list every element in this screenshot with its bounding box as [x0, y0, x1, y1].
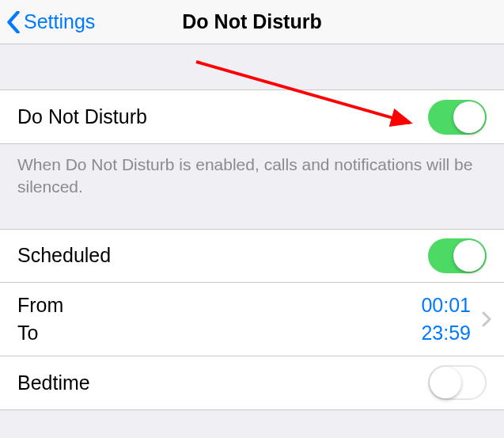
toggle-knob	[453, 240, 485, 272]
back-button[interactable]: Settings	[0, 0, 101, 44]
to-label: To	[17, 322, 421, 345]
scheduled-toggle[interactable]	[428, 238, 487, 273]
dnd-row: Do Not Disturb	[0, 90, 504, 144]
toggle-knob	[453, 101, 485, 133]
dnd-toggle[interactable]	[428, 100, 487, 135]
back-label: Settings	[24, 10, 95, 33]
to-value: 23:59	[421, 322, 471, 345]
toggle-knob	[430, 367, 461, 398]
schedule-time-row[interactable]: From To 00:01 23:59	[0, 283, 504, 356]
from-label: From	[17, 294, 421, 317]
dnd-footer-text: When Do Not Disturb is enabled, calls an…	[0, 144, 504, 229]
bedtime-toggle[interactable]	[428, 365, 487, 400]
navbar: Settings Do Not Disturb	[0, 0, 504, 44]
chevron-right-icon	[476, 311, 498, 327]
time-values: 00:01 23:59	[421, 294, 471, 345]
time-labels: From To	[17, 294, 421, 345]
chevron-left-icon	[6, 11, 21, 33]
dnd-label: Do Not Disturb	[17, 105, 428, 128]
scheduled-row: Scheduled	[0, 229, 504, 283]
from-value: 00:01	[421, 294, 471, 317]
scheduled-label: Scheduled	[17, 244, 428, 267]
bedtime-label: Bedtime	[17, 371, 428, 394]
section-spacer	[0, 44, 504, 90]
bedtime-row: Bedtime	[0, 356, 504, 410]
